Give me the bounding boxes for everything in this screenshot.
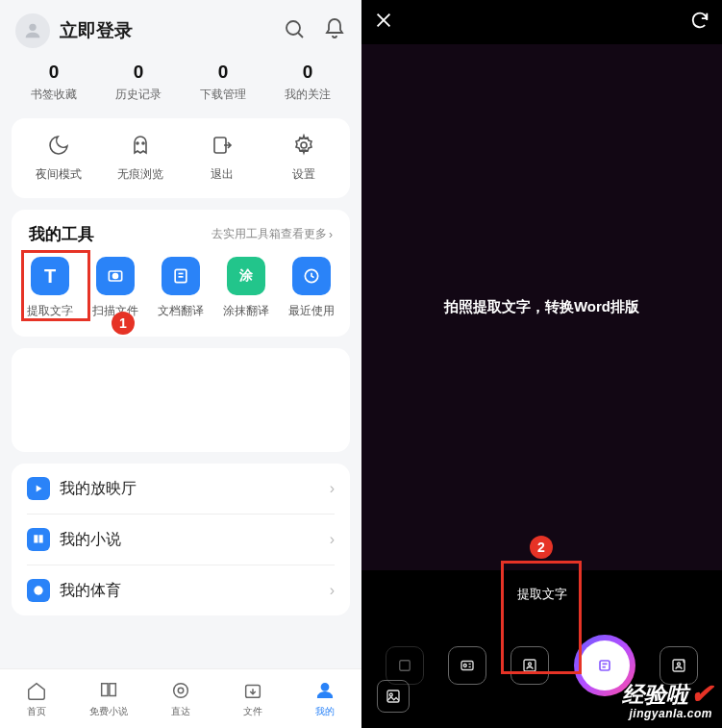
camera-hint: 拍照提取文字，转换Word排版 [444, 298, 639, 316]
step-badge-1: 1 [112, 312, 135, 335]
stat-follows[interactable]: 0我的关注 [265, 62, 350, 103]
cam-tool-1[interactable] [386, 646, 424, 685]
stat-bookmarks[interactable]: 0书签收藏 [12, 62, 96, 103]
profile-screen: 立即登录 0书签收藏 0历史记录 0下载管理 0我的关注 夜间模式 无痕浏览 [0, 0, 361, 728]
gear-icon [262, 132, 344, 159]
cam-tool-idcard[interactable] [448, 646, 486, 685]
book-icon [27, 528, 50, 551]
search-icon[interactable] [283, 17, 306, 44]
tab-novel[interactable]: 免费小说 [72, 669, 144, 728]
svg-point-32 [677, 663, 680, 665]
svg-point-27 [529, 663, 532, 665]
content-placeholder-1 [12, 348, 350, 452]
check-icon: ✔ [690, 680, 712, 708]
chevron-right-icon: › [330, 531, 335, 548]
play-icon [27, 477, 50, 500]
extract-text-icon: T [31, 257, 69, 295]
moon-icon [17, 132, 99, 159]
svg-point-23 [464, 665, 467, 667]
bottom-tabbar: 首页 免费小说 直达 文件 我的 [0, 668, 361, 728]
camera-screen: 拍照提取文字，转换Word排版 提取文字 2 [361, 0, 722, 728]
camera-viewport: 拍照提取文字，转换Word排版 提取文字 [361, 44, 722, 570]
svg-point-34 [389, 693, 392, 696]
tools-title: 我的工具 [29, 223, 94, 245]
svg-point-15 [174, 683, 188, 697]
list-cinema[interactable]: 我的放映厅 › [12, 464, 350, 514]
svg-point-6 [301, 142, 307, 148]
tab-direct[interactable]: 直达 [144, 669, 216, 728]
tab-home[interactable]: 首页 [0, 669, 72, 728]
step-badge-2: 2 [530, 536, 553, 559]
camera-topbar [361, 0, 722, 44]
svg-point-4 [142, 142, 144, 144]
clock-icon [292, 257, 331, 295]
avatar-icon [15, 13, 50, 48]
exit[interactable]: 退出 [181, 132, 262, 183]
tool-scan-doc[interactable]: 扫描文件 [87, 257, 143, 319]
tab-files[interactable]: 文件 [217, 669, 289, 728]
svg-point-16 [178, 688, 184, 693]
gallery-button[interactable] [377, 680, 410, 713]
quick-actions-card: 夜间模式 无痕浏览 退出 设置 [12, 118, 350, 198]
stats-row: 0书签收藏 0历史记录 0下载管理 0我的关注 [0, 58, 361, 118]
camera-mode-label: 提取文字 [517, 586, 567, 603]
watermark: 经验啦✔ jingyanla.com [622, 680, 712, 720]
svg-rect-28 [600, 661, 610, 670]
list-sports[interactable]: 我的体育 › [12, 565, 350, 615]
svg-point-18 [322, 683, 329, 690]
scan-icon [96, 257, 135, 295]
list-novel[interactable]: 我的小说 › [12, 515, 350, 565]
svg-point-0 [29, 24, 36, 31]
exit-icon [181, 132, 262, 159]
tool-recent[interactable]: 最近使用 [284, 257, 339, 319]
svg-point-14 [34, 586, 42, 594]
stat-history[interactable]: 0历史记录 [96, 62, 181, 103]
smear-icon: 涂 [227, 257, 265, 295]
tool-smear-translate[interactable]: 涂 涂抹翻译 [218, 257, 274, 319]
bell-icon[interactable] [323, 17, 346, 44]
svg-point-1 [286, 21, 300, 35]
doc-translate-icon [162, 257, 200, 295]
tools-card: 我的工具 去实用工具箱查看更多› T 提取文字 扫描文件 文档翻译 涂 [12, 210, 350, 337]
tab-mine[interactable]: 我的 [289, 669, 361, 728]
svg-point-3 [137, 142, 138, 144]
svg-line-2 [298, 33, 303, 38]
tool-doc-translate[interactable]: 文档翻译 [153, 257, 209, 319]
ghost-icon [99, 132, 181, 159]
svg-rect-33 [387, 690, 399, 702]
svg-point-7 [112, 273, 119, 280]
incognito[interactable]: 无痕浏览 [99, 132, 181, 183]
svg-rect-21 [400, 661, 411, 671]
close-icon[interactable] [373, 10, 394, 35]
chevron-right-icon: › [330, 582, 335, 599]
ball-icon [27, 579, 50, 602]
chevron-right-icon: › [329, 228, 333, 241]
header: 立即登录 [0, 0, 361, 58]
tool-extract-text[interactable]: T 提取文字 [22, 257, 78, 319]
tools-more-link[interactable]: 去实用工具箱查看更多› [212, 226, 333, 242]
login-label: 立即登录 [60, 18, 133, 43]
night-mode[interactable]: 夜间模式 [17, 132, 99, 183]
stat-downloads[interactable]: 0下载管理 [181, 62, 265, 103]
my-list-card: 我的放映厅 › 我的小说 › 我的体育 › [12, 464, 350, 615]
cam-tool-person[interactable] [510, 646, 549, 685]
chevron-right-icon: › [330, 480, 335, 497]
login-area[interactable]: 立即登录 [15, 13, 133, 48]
svg-marker-13 [37, 486, 42, 492]
settings[interactable]: 设置 [262, 132, 344, 183]
refresh-icon[interactable] [689, 10, 710, 35]
